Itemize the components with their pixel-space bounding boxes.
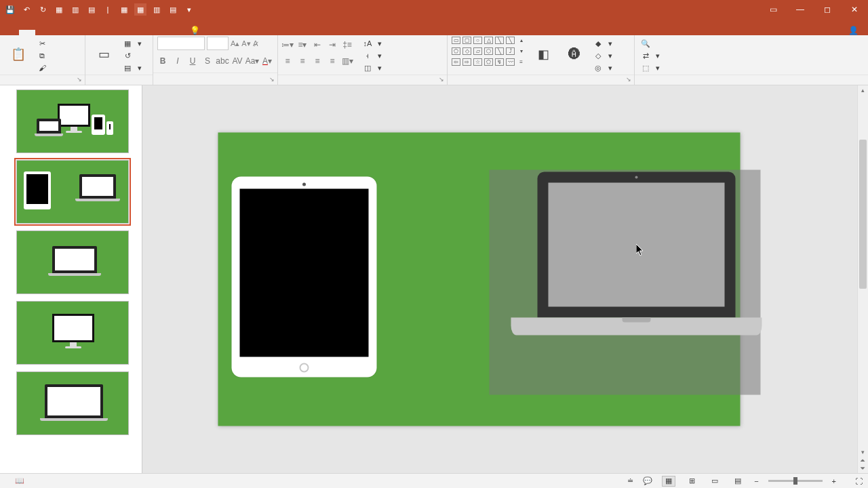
decrease-font-icon[interactable]: A▾ xyxy=(241,39,250,48)
cut-button[interactable]: ✂ xyxy=(35,38,52,49)
tab-insert[interactable] xyxy=(35,30,52,35)
qat-button-3[interactable]: ▤ xyxy=(85,3,98,16)
drawing-dialog-launcher[interactable]: ↘ xyxy=(625,75,633,83)
select-button[interactable]: ⬚▾ xyxy=(639,62,662,73)
ribbon-display-options[interactable]: ▭ xyxy=(760,0,787,19)
fit-to-window-button[interactable]: ⛶ xyxy=(855,477,863,485)
slide-thumbnails-panel[interactable] xyxy=(0,85,142,473)
qat-customize[interactable]: ▾ xyxy=(183,3,195,16)
align-left-button[interactable]: ≡ xyxy=(282,56,293,66)
align-center-button[interactable]: ≡ xyxy=(297,56,308,66)
replace-button[interactable]: ⇄▾ xyxy=(639,50,662,61)
columns-button[interactable]: ▥▾ xyxy=(342,56,353,66)
zoom-slider-knob[interactable] xyxy=(793,477,797,485)
slideshow-button[interactable]: ▤ xyxy=(731,476,745,487)
slide-thumbnail-2[interactable] xyxy=(16,160,129,224)
tab-home[interactable] xyxy=(19,30,35,35)
convert-smartart-button[interactable]: ◫▾ xyxy=(361,62,384,73)
save-button[interactable]: 💾 xyxy=(4,3,16,16)
align-right-button[interactable]: ≡ xyxy=(312,56,323,66)
clipboard-dialog-launcher[interactable]: ↘ xyxy=(75,75,83,83)
shapes-gallery[interactable]: ▭▢○△╲╲▴ ⬠◇▱⬡╲⤴▾ ⇦⇨☆⬠↯〰≡ xyxy=(452,37,526,68)
scroll-up-icon[interactable]: ▴ xyxy=(858,87,868,94)
vertical-scrollbar[interactable]: ▴ ▾ ⏶ ⏷ xyxy=(857,85,868,473)
tab-review[interactable] xyxy=(117,30,133,35)
tab-articulate[interactable] xyxy=(165,30,182,35)
zoom-slider[interactable] xyxy=(768,480,823,482)
maximize-button[interactable]: ◻ xyxy=(814,0,841,19)
arrange-button[interactable]: ◧ xyxy=(529,37,557,73)
decrease-indent-button[interactable]: ⇤ xyxy=(312,39,323,50)
notes-button[interactable]: ≐ xyxy=(627,476,633,485)
qat-button-6[interactable]: ▥ xyxy=(151,3,163,16)
tab-addins[interactable] xyxy=(149,30,165,35)
slide-sorter-button[interactable]: ⊞ xyxy=(685,476,698,487)
spell-check-icon[interactable]: 📖 xyxy=(15,476,24,485)
tab-slideshow[interactable] xyxy=(100,30,117,35)
tab-file[interactable] xyxy=(3,30,19,35)
zoom-in-button[interactable]: + xyxy=(832,477,836,485)
quick-styles-button[interactable]: 🅐 xyxy=(560,37,589,73)
paragraph-dialog-launcher[interactable]: ↘ xyxy=(437,75,446,83)
laptop-mockup-shape[interactable] xyxy=(511,172,762,336)
bullets-button[interactable]: ≔▾ xyxy=(282,39,293,50)
strikethrough-button[interactable]: abc xyxy=(217,56,228,66)
clear-formatting-icon[interactable]: A̷ xyxy=(253,39,258,48)
reading-view-button[interactable]: ▭ xyxy=(708,476,722,487)
font-color-button[interactable]: A▾ xyxy=(262,56,273,66)
minimize-button[interactable]: — xyxy=(787,0,814,19)
section-button[interactable]: ▤▾ xyxy=(121,62,144,73)
tab-transitions[interactable] xyxy=(68,30,84,35)
character-spacing-button[interactable]: AV xyxy=(232,56,243,66)
align-text-button[interactable]: ⫞▾ xyxy=(361,50,384,61)
prev-slide-icon[interactable]: ⏶ xyxy=(858,457,868,464)
scrollbar-handle[interactable] xyxy=(859,140,867,289)
line-spacing-button[interactable]: ‡≡ xyxy=(342,39,353,50)
italic-button[interactable]: I xyxy=(172,56,183,66)
normal-view-button[interactable]: ▦ xyxy=(662,476,675,487)
tablet-mockup-shape[interactable] xyxy=(232,177,377,378)
change-case-button[interactable]: Aa▾ xyxy=(247,56,258,66)
justify-button[interactable]: ≡ xyxy=(327,56,338,66)
copy-button[interactable]: ⧉ xyxy=(35,50,52,61)
shadow-button[interactable]: S xyxy=(202,56,213,66)
find-button[interactable]: 🔍 xyxy=(639,38,662,49)
slide-editor[interactable]: ▴ ▾ ⏶ ⏷ xyxy=(142,85,868,473)
shape-outline-button[interactable]: ◇▾ xyxy=(591,50,614,61)
slide-thumbnail-1[interactable] xyxy=(16,89,129,153)
increase-indent-button[interactable]: ⇥ xyxy=(327,39,338,50)
numbering-button[interactable]: ≡▾ xyxy=(297,39,308,50)
bold-button[interactable]: B xyxy=(157,56,168,66)
current-slide[interactable] xyxy=(218,133,741,426)
undo-button[interactable]: ↶ xyxy=(20,3,33,16)
share-button[interactable]: 👤 xyxy=(848,26,859,35)
paste-button[interactable]: 📋 xyxy=(4,37,33,73)
underline-button[interactable]: U xyxy=(187,56,198,66)
tab-design[interactable] xyxy=(52,30,68,35)
qat-button-7[interactable]: ▤ xyxy=(167,3,179,16)
increase-font-icon[interactable]: A▴ xyxy=(231,39,239,48)
qat-button-1[interactable]: ▦ xyxy=(53,3,65,16)
shape-effects-button[interactable]: ◎▾ xyxy=(591,62,614,73)
next-slide-icon[interactable]: ⏷ xyxy=(858,465,868,472)
scroll-down-icon[interactable]: ▾ xyxy=(858,449,868,455)
qat-button-4[interactable]: ▦ xyxy=(118,3,130,16)
format-painter-button[interactable]: 🖌 xyxy=(35,62,52,73)
close-button[interactable]: ✕ xyxy=(841,0,868,19)
qat-button-5[interactable]: ▦ xyxy=(134,3,146,16)
font-dialog-launcher[interactable]: ↘ xyxy=(268,75,276,83)
zoom-out-button[interactable]: − xyxy=(754,477,758,485)
layout-button[interactable]: ▦▾ xyxy=(121,38,144,49)
text-direction-button[interactable]: ↕A▾ xyxy=(361,38,384,49)
tab-animations[interactable] xyxy=(84,30,100,35)
tab-view[interactable] xyxy=(133,30,149,35)
tell-me-search[interactable]: 💡 xyxy=(190,26,204,35)
new-slide-button[interactable]: ▭ xyxy=(90,37,118,73)
slide-thumbnail-5[interactable] xyxy=(16,371,129,435)
comments-button[interactable]: 💬 xyxy=(643,476,652,485)
slide-thumbnail-3[interactable] xyxy=(16,230,129,294)
font-family-select[interactable] xyxy=(157,37,205,50)
slide-thumbnail-4[interactable] xyxy=(16,301,129,365)
shape-fill-button[interactable]: ◆▾ xyxy=(591,38,614,49)
redo-button[interactable]: ↻ xyxy=(37,3,49,16)
